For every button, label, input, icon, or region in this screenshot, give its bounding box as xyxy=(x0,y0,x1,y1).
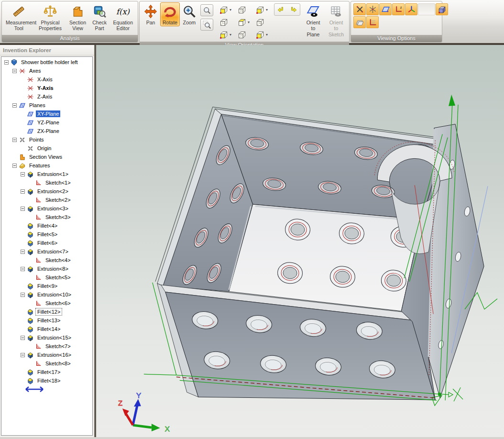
toggle-points-display-button[interactable] xyxy=(353,3,366,15)
toggle-planes-display-button[interactable] xyxy=(379,3,392,15)
3d-canvas[interactable]: X Y Z xyxy=(96,45,504,437)
zoom-button[interactable]: Zoom xyxy=(180,2,199,26)
ribbon-group-viewing-options: Viewing Options xyxy=(351,1,442,43)
tree-item[interactable]: Origin xyxy=(1,144,92,153)
tree-item[interactable]: Fillet<17> xyxy=(1,368,92,376)
tree-item[interactable]: Extrusion<3> xyxy=(1,204,92,213)
tree-item[interactable]: Extrusion<7> xyxy=(1,247,92,256)
tree-expander[interactable] xyxy=(21,172,25,176)
view-bottom-right-button[interactable]: ▾ xyxy=(254,29,272,41)
tree-item[interactable]: Extrusion<16> xyxy=(1,351,92,359)
toggle-axes-display-button[interactable] xyxy=(366,3,379,15)
tree-item[interactable]: Fillet<5> xyxy=(1,230,92,239)
ribbon-toolbar: Measurement ToolPhysical PropertiesSecti… xyxy=(0,0,504,45)
tree-expander[interactable] xyxy=(12,69,17,73)
check-part-button[interactable]: Check Part xyxy=(89,2,110,34)
view-bottom-left-button[interactable]: ▾ xyxy=(218,29,236,41)
tree-item[interactable]: Y-Axis xyxy=(1,84,92,92)
rotate-button[interactable]: Rotate xyxy=(160,2,180,26)
tree-item[interactable]: Sketch<8> xyxy=(1,359,92,368)
tree-expander[interactable] xyxy=(12,138,17,142)
zoom-to-fit-button[interactable] xyxy=(200,19,213,31)
tree-item[interactable]: Fillet<14> xyxy=(1,325,92,333)
tree-item[interactable]: Extrusion<10> xyxy=(1,290,92,299)
view-right-button[interactable] xyxy=(254,16,272,28)
tree-item[interactable]: XY-Plane xyxy=(1,110,92,118)
tree-item[interactable]: Z-Axis xyxy=(1,92,92,101)
view-back-button[interactable] xyxy=(236,4,254,16)
tree-item[interactable]: Fillet<18> xyxy=(1,376,92,385)
tree-item[interactable]: Sketch<6> xyxy=(1,299,92,307)
tree-item[interactable]: Extrusion<2> xyxy=(1,187,92,196)
tree-item[interactable]: Fillet<6> xyxy=(1,239,92,247)
tree-expander[interactable] xyxy=(12,164,17,168)
tree-item[interactable]: Axes xyxy=(1,66,92,75)
tree-expander[interactable] xyxy=(21,336,25,340)
toggle-sketch-axes-display-button[interactable] xyxy=(392,3,405,15)
tree-expander[interactable] xyxy=(21,250,25,254)
next-view-button[interactable] xyxy=(287,4,299,15)
tree-item[interactable]: Fillet<12> xyxy=(1,307,92,316)
view-left-button[interactable] xyxy=(218,16,236,28)
orient-to-plane-button[interactable]: Orient to Plane xyxy=(302,2,325,38)
group-label-analysis: Analysis xyxy=(2,35,138,42)
orient-to-sketch-button: Orient to Sketch xyxy=(325,2,348,38)
dropdown-caret-icon[interactable]: ▾ xyxy=(266,33,268,37)
tree-item[interactable]: Sketch<4> xyxy=(1,256,92,264)
view-bottom-button[interactable] xyxy=(236,29,254,41)
tree-item-label: Extrusion<10> xyxy=(36,291,73,298)
button-label: Rotate xyxy=(163,20,177,25)
tree-expander[interactable] xyxy=(21,267,25,271)
tree-item[interactable]: Extrusion<1> xyxy=(1,170,92,178)
dropdown-caret-icon[interactable]: ▾ xyxy=(266,8,268,12)
tree-item-label: YZ-Plane xyxy=(36,119,61,126)
tree-item[interactable]: Fillet<9> xyxy=(1,282,92,290)
tree-item-label: Sketch<8> xyxy=(44,360,72,367)
toggle-grid-display-button[interactable] xyxy=(353,16,366,28)
dropdown-caret-icon[interactable]: ▾ xyxy=(230,8,231,12)
cube-corner-icon xyxy=(219,5,229,15)
tree-item[interactable]: X-Axis xyxy=(1,75,92,84)
viewport-3d[interactable]: X Y Z xyxy=(96,45,504,437)
tree-item[interactable]: Features xyxy=(1,161,92,170)
toggle-sketch-display-button[interactable] xyxy=(366,16,379,28)
zoom-window-button[interactable] xyxy=(200,4,213,16)
tree-expander[interactable] xyxy=(12,103,17,108)
view-front-left-button[interactable]: ▾ xyxy=(218,4,236,16)
section-view-button[interactable]: Section View xyxy=(66,2,89,34)
tree-item[interactable]: Planes xyxy=(1,101,92,110)
dropdown-caret-icon[interactable]: ▾ xyxy=(248,20,250,24)
tree-expander[interactable] xyxy=(21,293,25,297)
tree-item[interactable]: Sketch<5> xyxy=(1,273,92,282)
tree-expander[interactable] xyxy=(4,60,9,65)
tree-item-label: Axes xyxy=(28,67,42,74)
tree-item[interactable]: Sketch<3> xyxy=(1,213,92,221)
tree-item[interactable]: ZX-Plane xyxy=(1,127,92,135)
cube-top-icon xyxy=(237,17,247,27)
tree-item[interactable]: YZ-Plane xyxy=(1,118,92,127)
tree-item[interactable]: Fillet<4> xyxy=(1,221,92,230)
tree-item[interactable]: Points xyxy=(1,135,92,144)
toggle-triad-display-button[interactable] xyxy=(405,3,417,15)
previous-view-button[interactable] xyxy=(275,4,287,15)
tree-item-label: Fillet<17> xyxy=(36,369,62,375)
tree-item[interactable]: Shower bottle holder left xyxy=(1,58,92,66)
view-front-right-button[interactable]: ▾ xyxy=(254,4,272,16)
tree-item-label: ZX-Plane xyxy=(36,128,61,134)
tree-item[interactable]: Extrusion<15> xyxy=(1,333,92,342)
tree-expander[interactable] xyxy=(21,353,25,357)
tree-expander[interactable] xyxy=(21,207,25,211)
physical-properties-button[interactable]: Physical Properties xyxy=(34,2,66,34)
measurement-tool-button[interactable]: Measurement Tool xyxy=(3,2,34,34)
dropdown-caret-icon[interactable]: ▾ xyxy=(230,33,231,37)
tree-item[interactable]: Extrusion<8> xyxy=(1,264,92,273)
tree-item[interactable]: Sketch<7> xyxy=(1,342,92,351)
equation-editor-button[interactable]: Equation Editor xyxy=(110,2,136,34)
tree-expander[interactable] xyxy=(21,189,25,194)
tree-item[interactable]: Sketch<2> xyxy=(1,196,92,204)
tree-item[interactable]: Sketch<1> xyxy=(1,178,92,187)
tree-item[interactable]: Section Views xyxy=(1,153,92,161)
tree-item[interactable]: Fillet<13> xyxy=(1,316,92,325)
pan-button[interactable]: Pan xyxy=(141,2,160,26)
view-top-button[interactable]: ▾ xyxy=(236,16,254,28)
